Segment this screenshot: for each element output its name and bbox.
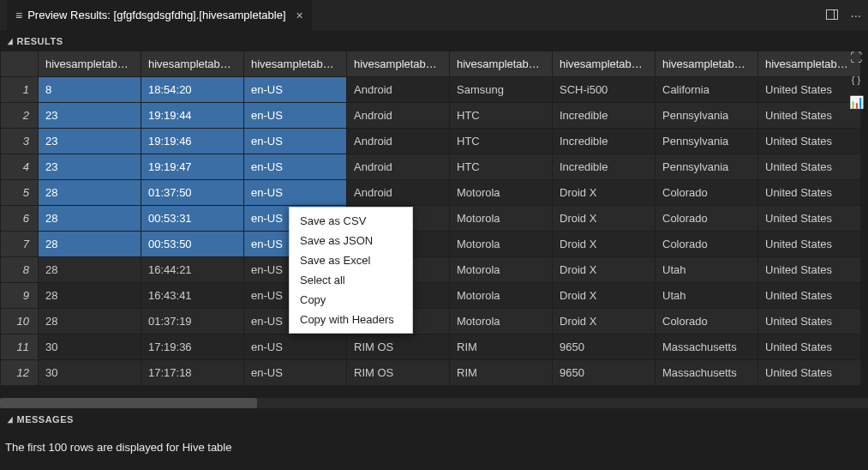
column-header[interactable]: hivesampletab…	[655, 51, 758, 77]
cell[interactable]: Pennsylvania	[655, 129, 758, 154]
cell[interactable]: Droid X	[553, 206, 655, 232]
table-row[interactable]: 72800:53:50en-USAndroidMotorolaDroid XCo…	[1, 232, 861, 257]
cell[interactable]: Android	[347, 154, 450, 180]
cell[interactable]: HTC	[450, 103, 553, 129]
cell[interactable]: 00:53:50	[141, 232, 244, 257]
cell[interactable]: United States	[758, 206, 861, 232]
cell[interactable]: en-US	[244, 360, 347, 386]
table-row[interactable]: 92816:43:41en-USAndroidMotorolaDroid XUt…	[1, 283, 861, 309]
cell[interactable]: RIM OS	[347, 334, 450, 360]
cell[interactable]: en-US	[244, 180, 347, 206]
split-editor-icon[interactable]	[826, 8, 838, 22]
cell[interactable]: Android	[347, 77, 450, 103]
cell[interactable]: Motorola	[450, 257, 553, 283]
cell[interactable]: 00:53:31	[141, 206, 244, 232]
cell[interactable]: United States	[758, 360, 861, 386]
cell[interactable]: Droid X	[553, 180, 655, 206]
results-section-header[interactable]: ◢ RESULTS	[0, 30, 868, 51]
horizontal-scrollbar[interactable]	[0, 398, 868, 408]
context-menu-item[interactable]: Select all	[290, 270, 412, 290]
cell[interactable]: HTC	[450, 129, 553, 154]
editor-tab[interactable]: ≡ Preview Results: [gfgfdsgdsgfdhg].[hiv…	[7, 0, 312, 30]
messages-section-header[interactable]: ◢ MESSAGES	[0, 408, 868, 429]
cell[interactable]: en-US	[244, 77, 347, 103]
row-number[interactable]: 6	[1, 206, 39, 232]
cell[interactable]: Samsung	[450, 77, 553, 103]
row-number[interactable]: 4	[1, 154, 39, 180]
cell[interactable]: 9650	[553, 334, 655, 360]
cell[interactable]: Incredible	[553, 103, 655, 129]
cell[interactable]: 17:17:18	[141, 360, 244, 386]
cell[interactable]: 30	[39, 360, 141, 386]
cell[interactable]: RIM OS	[347, 360, 450, 386]
cell[interactable]: RIM	[450, 334, 553, 360]
row-number[interactable]: 7	[1, 232, 39, 257]
cell[interactable]: Android	[347, 180, 450, 206]
cell[interactable]: en-US	[244, 103, 347, 129]
cell[interactable]: 28	[39, 206, 141, 232]
column-header[interactable]: hivesampletab…	[141, 51, 244, 77]
cell[interactable]: Utah	[655, 257, 758, 283]
cell[interactable]: Motorola	[450, 309, 553, 334]
horizontal-scrollbar-thumb[interactable]	[0, 398, 257, 408]
cell[interactable]: Utah	[655, 283, 758, 309]
cell[interactable]: 28	[39, 257, 141, 283]
cell[interactable]: United States	[758, 232, 861, 257]
cell[interactable]: 19:19:46	[141, 129, 244, 154]
row-number[interactable]: 12	[1, 360, 39, 386]
table-row[interactable]: 22319:19:44en-USAndroidHTCIncrediblePenn…	[1, 103, 861, 129]
cell[interactable]: 18:54:20	[141, 77, 244, 103]
rownum-header[interactable]	[1, 51, 39, 77]
cell[interactable]: United States	[758, 309, 861, 334]
cell[interactable]: Massachusetts	[655, 334, 758, 360]
cell[interactable]: 19:19:47	[141, 154, 244, 180]
cell[interactable]: Android	[347, 129, 450, 154]
cell[interactable]: Colorado	[655, 206, 758, 232]
row-number[interactable]: 1	[1, 77, 39, 103]
context-menu-item[interactable]: Copy	[290, 290, 412, 310]
cell[interactable]: Incredible	[553, 129, 655, 154]
cell[interactable]: 30	[39, 334, 141, 360]
cell[interactable]: Motorola	[450, 180, 553, 206]
column-header[interactable]: hivesampletab…	[553, 51, 655, 77]
close-icon[interactable]: ×	[296, 9, 303, 22]
column-header[interactable]: hivesampletab…	[347, 51, 450, 77]
cell[interactable]: 28	[39, 309, 141, 334]
cell[interactable]: 23	[39, 129, 141, 154]
table-row[interactable]: 42319:19:47en-USAndroidHTCIncrediblePenn…	[1, 154, 861, 180]
cell[interactable]: Droid X	[553, 232, 655, 257]
cell[interactable]: 01:37:50	[141, 180, 244, 206]
context-menu-item[interactable]: Save as CSV	[290, 211, 412, 231]
table-row[interactable]: 102801:37:19en-USAndroidMotorolaDroid XC…	[1, 309, 861, 334]
cell[interactable]: 28	[39, 283, 141, 309]
cell[interactable]: Motorola	[450, 283, 553, 309]
cell[interactable]: 28	[39, 232, 141, 257]
chart-icon[interactable]: 📊	[849, 95, 864, 109]
cell[interactable]: United States	[758, 154, 861, 180]
table-row[interactable]: 113017:19:36en-USRIM OSRIM9650Massachuse…	[1, 334, 861, 360]
cell[interactable]: 8	[39, 77, 141, 103]
row-number[interactable]: 5	[1, 180, 39, 206]
cell[interactable]: en-US	[244, 154, 347, 180]
cell[interactable]: en-US	[244, 334, 347, 360]
cell[interactable]: California	[655, 77, 758, 103]
row-number[interactable]: 2	[1, 103, 39, 129]
maximize-grid-icon[interactable]: ⛶	[850, 51, 862, 64]
more-actions-icon[interactable]: ···	[850, 8, 861, 22]
context-menu-item[interactable]: Copy with Headers	[290, 310, 412, 329]
column-header[interactable]: hivesampletab…	[450, 51, 553, 77]
cell[interactable]: Pennsylvania	[655, 103, 758, 129]
cell[interactable]: Colorado	[655, 232, 758, 257]
cell[interactable]: United States	[758, 129, 861, 154]
context-menu-item[interactable]: Save as JSON	[290, 231, 412, 250]
cell[interactable]: Android	[347, 103, 450, 129]
table-row[interactable]: 52801:37:50en-USAndroidMotorolaDroid XCo…	[1, 180, 861, 206]
cell[interactable]: HTC	[450, 154, 553, 180]
cell[interactable]: United States	[758, 257, 861, 283]
cell[interactable]: SCH-i500	[553, 77, 655, 103]
cell[interactable]: 16:43:41	[141, 283, 244, 309]
cell[interactable]: Motorola	[450, 232, 553, 257]
row-number[interactable]: 10	[1, 309, 39, 334]
cell[interactable]: Motorola	[450, 206, 553, 232]
cell[interactable]: United States	[758, 334, 861, 360]
